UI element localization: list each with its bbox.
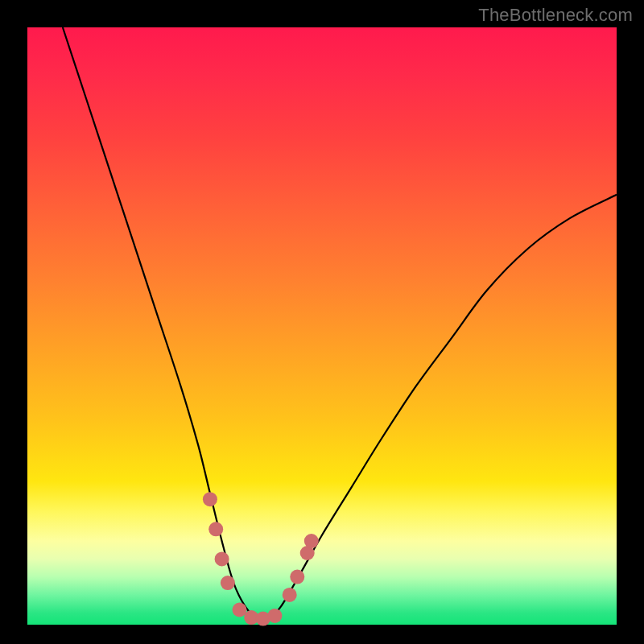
marker-group bbox=[203, 492, 319, 625]
marker-bottom-1 bbox=[233, 603, 247, 617]
bottleneck-curve bbox=[63, 27, 617, 620]
marker-bottom-4 bbox=[267, 609, 282, 623]
chart-frame: TheBottleneck.com bbox=[0, 0, 644, 644]
marker-left-2 bbox=[208, 522, 223, 536]
marker-left-3 bbox=[215, 551, 229, 566]
watermark-text: TheBottleneck.com bbox=[478, 5, 633, 26]
marker-left-4 bbox=[221, 576, 235, 590]
curve-svg bbox=[27, 27, 617, 625]
marker-right-4 bbox=[304, 534, 319, 548]
marker-left-1 bbox=[203, 492, 217, 506]
plot-area bbox=[27, 27, 617, 625]
marker-right-2 bbox=[290, 570, 304, 584]
marker-right-1 bbox=[283, 588, 297, 602]
